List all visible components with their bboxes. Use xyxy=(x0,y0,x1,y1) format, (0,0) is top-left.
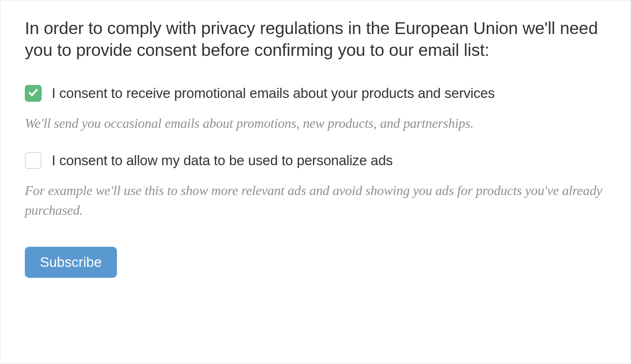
consent-heading: In order to comply with privacy regulati… xyxy=(25,17,606,61)
consent-label-personalize: I consent to allow my data to be used to… xyxy=(52,153,393,169)
consent-row-promotional: I consent to receive promotional emails … xyxy=(25,85,606,102)
consent-form: In order to comply with privacy regulati… xyxy=(0,0,631,364)
checkbox-personalize[interactable] xyxy=(25,152,42,169)
subscribe-button[interactable]: Subscribe xyxy=(25,247,117,278)
consent-block-promotional: I consent to receive promotional emails … xyxy=(25,85,606,133)
consent-row-personalize: I consent to allow my data to be used to… xyxy=(25,152,606,169)
consent-label-promotional: I consent to receive promotional emails … xyxy=(52,85,495,101)
checkbox-promotional[interactable] xyxy=(25,85,42,102)
consent-description-personalize: For example we'll use this to show more … xyxy=(25,181,606,220)
check-icon xyxy=(28,87,39,100)
consent-description-promotional: We'll send you occasional emails about p… xyxy=(25,113,606,133)
consent-block-personalize: I consent to allow my data to be used to… xyxy=(25,152,606,220)
